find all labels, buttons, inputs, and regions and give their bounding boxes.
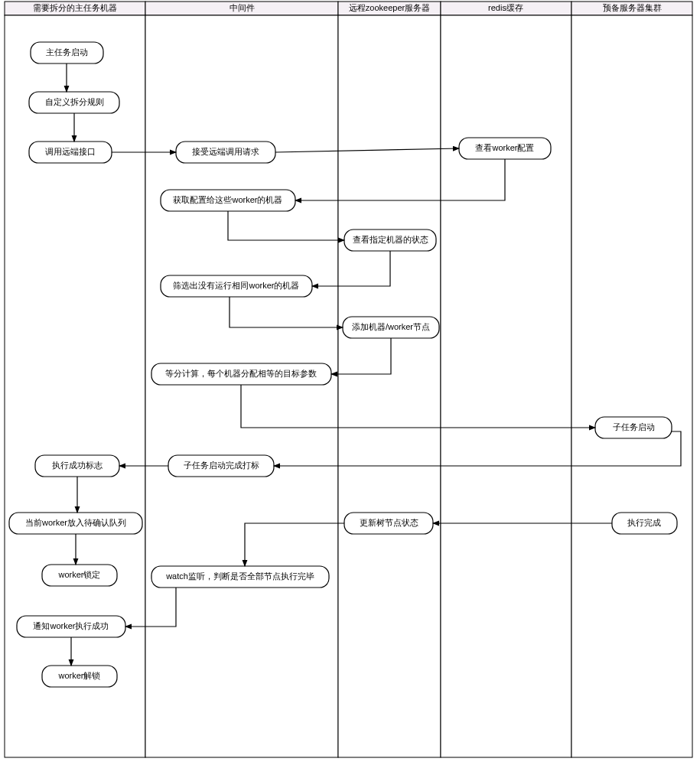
activity-label: 添加机器/worker节点 — [352, 322, 430, 331]
activity-label: 通知worker执行成功 — [33, 621, 109, 630]
activity-label: 接受远端调用请求 — [192, 147, 259, 156]
activity-label: 子任务启动 — [613, 422, 655, 431]
lane-title-2: 中间件 — [230, 3, 255, 12]
activity-label: 当前worker放入待确认队列 — [25, 518, 126, 527]
lane-title-5: 预备服务器集群 — [603, 3, 662, 12]
activity-label: 子任务启动完成打标 — [184, 461, 259, 470]
activity-label: worker锁定 — [57, 570, 100, 579]
activity-label: 等分计算，每个机器分配相等的目标参数 — [165, 369, 317, 378]
activity-label: 查看指定机器的状态 — [353, 235, 428, 244]
lane-body-4 — [441, 15, 571, 757]
activity-label: 主任务启动 — [46, 47, 88, 57]
activity-label: 筛选出没有运行相同worker的机器 — [173, 281, 299, 290]
activity-label: 调用远端接口 — [45, 147, 96, 156]
lane-body-3 — [338, 15, 441, 757]
activity-label: 执行完成 — [627, 518, 661, 527]
activity-label: watch监听，判断是否全部节点执行完毕 — [165, 571, 314, 581]
lane-body-1 — [5, 15, 145, 757]
activity-label: 查看worker配置 — [475, 143, 534, 152]
lane-body-2 — [145, 15, 338, 757]
swimlane-diagram: 需要拆分的主任务机器 中间件 远程zookeeper服务器 redis缓存 预备… — [0, 0, 700, 765]
activity-label: 获取配置给这些worker的机器 — [173, 195, 282, 204]
lane-title-3: 远程zookeeper服务器 — [349, 3, 430, 12]
lane-body-5 — [571, 15, 692, 757]
activity-label: 自定义拆分规则 — [45, 97, 104, 106]
activity-label: 执行成功标志 — [52, 461, 103, 470]
activity-label: 更新树节点状态 — [360, 518, 418, 527]
activity-label: worker解锁 — [57, 671, 100, 680]
lane-title-1: 需要拆分的主任务机器 — [33, 3, 117, 12]
lane-title-4: redis缓存 — [488, 3, 523, 12]
